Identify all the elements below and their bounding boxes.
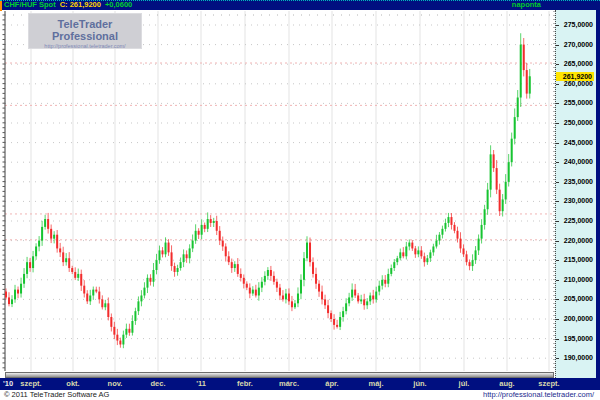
candle-body [306, 243, 308, 259]
price-axis-tick [556, 280, 559, 281]
candle-body [65, 258, 67, 262]
candle-body [189, 248, 191, 258]
candle-body [414, 248, 416, 254]
candle-body [20, 284, 22, 294]
price-axis-tick [556, 299, 559, 300]
candle-body [177, 268, 179, 272]
candle-body [228, 256, 230, 262]
candle-body [372, 295, 374, 299]
candle-body [288, 294, 290, 302]
price-axis-label: 225,0000 [556, 217, 593, 225]
candle-body [279, 288, 281, 296]
candle-body [484, 209, 486, 225]
candle-body [237, 264, 239, 274]
candle-body [417, 250, 419, 254]
date-axis-label: jún. [413, 378, 426, 390]
candle-body [366, 301, 368, 305]
candle-body [41, 227, 43, 241]
candle-body [204, 225, 206, 229]
price-axis-tick [556, 103, 559, 104]
candle-body [35, 246, 37, 256]
candle-body [146, 278, 148, 288]
candle-body [107, 303, 109, 317]
candle-body [469, 262, 471, 266]
candle-body [183, 254, 185, 262]
price-axis-label: 230,0000 [556, 197, 593, 205]
candle-body [198, 231, 200, 235]
candle-body [11, 299, 13, 304]
candle-body [387, 274, 389, 284]
candle-body [453, 225, 455, 231]
candle-body [457, 231, 459, 239]
price-axis-panel: 275,0000270,0000265,0000260,0000255,0000… [555, 10, 596, 378]
candle-body [95, 290, 97, 292]
candle-body [526, 70, 528, 94]
candle-body [276, 282, 278, 288]
candle-body [74, 272, 76, 278]
price-axis-tick [556, 123, 559, 124]
candle-body [520, 45, 522, 98]
candle-body [59, 248, 61, 252]
candle-body [240, 274, 242, 278]
candle-body [216, 221, 218, 231]
candle-body [499, 190, 501, 212]
candle-body [71, 268, 73, 272]
price-axis-label: 190,0000 [556, 354, 593, 362]
candle-body [110, 317, 112, 327]
candle-body [264, 276, 266, 282]
candle-body [309, 243, 311, 263]
candlestick-chart-plot-area[interactable] [0, 0, 600, 400]
candle-body [381, 280, 383, 286]
candle-body [77, 274, 79, 278]
candle-body [219, 231, 221, 241]
candle-body [408, 243, 410, 247]
candle-body [505, 182, 507, 200]
candle-body [405, 246, 407, 256]
candle-body [475, 250, 477, 260]
candle-body [231, 262, 233, 268]
chart-header-bar: CHF/HUF SpotC: 261,9200+0,0600 naponta [0, 0, 600, 10]
candle-body [390, 268, 392, 274]
price-axis-tick [556, 45, 559, 46]
candle-body [472, 260, 474, 266]
candle-body [481, 225, 483, 239]
candle-body [261, 282, 263, 288]
candle-body [243, 278, 245, 284]
candle-body [342, 311, 344, 317]
period-label: naponta [512, 1, 541, 9]
candle-body [98, 292, 100, 300]
candle-body [174, 266, 176, 272]
candle-body [270, 270, 272, 276]
price-axis-label: 265,0000 [556, 60, 593, 68]
candle-body [134, 311, 136, 321]
symbol-label: CHF/HUF Spot [4, 0, 56, 9]
candle-body [354, 290, 356, 296]
candle-body [393, 262, 395, 268]
price-axis-label: 195,0000 [556, 335, 593, 343]
candle-body [44, 219, 46, 227]
candle-body [23, 274, 25, 284]
candle-body [327, 305, 329, 313]
candle-body [267, 270, 269, 276]
header-text: CHF/HUF SpotC: 261,9200+0,0600 [4, 1, 132, 9]
price-axis-tick [556, 339, 559, 340]
candle-body [5, 292, 7, 298]
candle-body [168, 243, 170, 253]
candle-body [508, 162, 510, 182]
candle-body [357, 295, 359, 301]
candle-body [303, 258, 305, 280]
candle-body [53, 235, 55, 239]
candle-body [318, 284, 320, 292]
price-axis-tick [556, 143, 559, 144]
candle-body [68, 258, 70, 268]
footer-url-link[interactable]: http://professional.teletrader.com/ [483, 390, 594, 399]
candle-body [399, 252, 401, 258]
candle-body [478, 239, 480, 251]
candle-body [514, 117, 516, 139]
watermark-box: TeleTrader Professional http://professio… [28, 13, 142, 49]
candle-body [423, 256, 425, 262]
date-axis-label: okt. [66, 378, 79, 390]
candle-body [165, 243, 167, 255]
candle-body [8, 297, 10, 304]
candle-body [92, 290, 94, 296]
